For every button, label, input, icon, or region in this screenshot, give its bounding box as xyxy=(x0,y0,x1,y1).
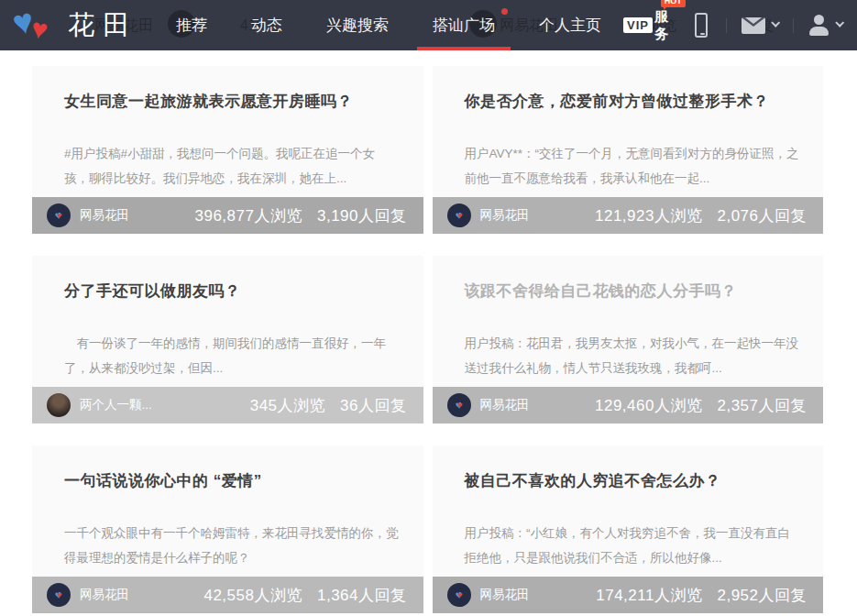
topic-footer: ♥♥ 网易花田 121,923人浏览 2,076人回复 xyxy=(433,197,824,234)
nav-item-feed[interactable]: 动态 xyxy=(236,0,298,50)
author-name: 网易花田 xyxy=(80,207,129,224)
nav-item-recommend[interactable]: 推荐 xyxy=(160,0,223,50)
main-nav: 推荐 动态 兴趣搜索 搭讪广场 个人主页 xyxy=(154,0,623,50)
views-count: 129,460人浏览 xyxy=(595,395,702,416)
mobile-phone-icon[interactable] xyxy=(695,13,709,38)
views-count: 396,877人浏览 xyxy=(195,205,302,226)
author-name: 两个人一颗... xyxy=(80,397,152,413)
notification-dot xyxy=(501,8,508,15)
topic-title[interactable]: 被自己不喜欢的人穷追不舍怎么办？ xyxy=(465,469,798,493)
author-name: 网易花田 xyxy=(80,587,129,603)
nav-label: 推荐 xyxy=(176,16,207,34)
topic-footer: ♥♥ 网易花田 42,558人浏览 1,364人回复 xyxy=(32,577,423,613)
top-header: 网易花田 419人 56人 网易花田 人浏览 回复 ♥ ♥ 花田 推荐 动态 兴… xyxy=(0,0,857,50)
nav-label: 搭讪广场 xyxy=(433,16,495,34)
replies-count: 2,357人回复 xyxy=(717,395,807,416)
views-count: 345人浏览 xyxy=(250,395,325,416)
topic-excerpt: 用户投稿：“小红娘，有个人对我穷追不舍，我一直没有直白拒绝他，只是跟他说我们不合… xyxy=(465,521,800,570)
vip-icon: VIP xyxy=(623,17,653,33)
topic-stats: 345人浏览 36人回复 xyxy=(250,395,407,416)
nav-item-interest-search[interactable]: 兴趣搜索 xyxy=(311,0,404,50)
header-actions: HOT VIP 服务 xyxy=(623,8,848,43)
chevron-down-icon xyxy=(771,18,780,28)
topic-excerpt: 用户投稿：花田君，我男友太抠，对我小气，在一起快一年没送过我什么礼物，情人节只送… xyxy=(465,331,800,380)
topic-title[interactable]: 女生同意一起旅游就表示愿意开房睡吗？ xyxy=(64,90,398,114)
topic-card[interactable]: 该跟不舍得给自己花钱的恋人分手吗？ 用户投稿：花田君，我男友太抠，对我小气，在一… xyxy=(433,256,824,424)
topic-excerpt: #用户投稿#小甜甜，我想问一个问题。我呢正在追一个女孩，聊得比较好。我们异地恋，… xyxy=(64,141,400,191)
topic-excerpt: 一千个观众眼中有一千个哈姆雷特，来花田寻找爱情的你，觉得最理想的爱情是什么样子的… xyxy=(64,521,400,570)
topic-footer: ♥♥ 网易花田 396,877人浏览 3,190人回复 xyxy=(32,197,423,234)
topic-footer: 两个人一颗... 345人浏览 36人回复 xyxy=(32,387,423,424)
topic-stats: 129,460人浏览 2,357人回复 xyxy=(595,395,807,416)
replies-count: 1,364人回复 xyxy=(317,585,407,606)
brand-name: 花田 xyxy=(68,7,137,44)
author-avatar xyxy=(47,393,71,417)
vip-service-label: 服务 xyxy=(654,8,671,43)
views-count: 174,211人浏览 xyxy=(596,585,702,606)
topic-card[interactable]: 一句话说说你心中的 “爱情” 一千个观众眼中有一千个哈姆雷特，来花田寻找爱情的你… xyxy=(32,446,423,613)
topic-card[interactable]: 你是否介意，恋爱前对方曾做过整形手术？ 用户AVY**：“交往了一个月，无意间看… xyxy=(433,66,824,234)
topic-card[interactable]: 被自己不喜欢的人穷追不舍怎么办？ 用户投稿：“小红娘，有个人对我穷追不舍，我一直… xyxy=(433,446,824,613)
author-name: 网易花田 xyxy=(480,207,530,224)
topic-footer: ♥♥ 网易花田 174,211人浏览 2,952人回复 xyxy=(433,577,824,613)
replies-count: 2,076人回复 xyxy=(717,205,807,226)
topic-stats: 396,877人浏览 3,190人回复 xyxy=(195,205,407,226)
nav-item-chat-square[interactable]: 搭讪广场 xyxy=(417,0,511,50)
topic-stats: 42,558人浏览 1,364人回复 xyxy=(203,585,406,606)
topic-title[interactable]: 你是否介意，恋爱前对方曾做过整形手术？ xyxy=(465,90,798,114)
topic-excerpt: 用户AVY**：“交往了一个月，无意间看到对方的身份证照，之前他一直不愿意给我看… xyxy=(465,141,800,191)
topic-stats: 174,211人浏览 2,952人回复 xyxy=(596,585,807,606)
nav-item-profile-home[interactable]: 个人主页 xyxy=(523,0,617,50)
author-avatar: ♥♥ xyxy=(47,204,71,227)
topic-title[interactable]: 分了手还可以做朋友吗？ xyxy=(64,280,398,303)
author-avatar: ♥♥ xyxy=(447,204,471,227)
nav-label: 动态 xyxy=(251,16,282,34)
topic-title[interactable]: 一句话说说你心中的 “爱情” xyxy=(64,469,398,493)
divider xyxy=(793,18,794,33)
topic-card[interactable]: 女生同意一起旅游就表示愿意开房睡吗？ #用户投稿#小甜甜，我想问一个问题。我呢正… xyxy=(32,66,423,234)
topic-footer: ♥♥ 网易花田 129,460人浏览 2,357人回复 xyxy=(433,387,824,424)
author-avatar: ♥♥ xyxy=(47,583,71,607)
author-avatar: ♥♥ xyxy=(447,583,471,607)
author-name: 网易花田 xyxy=(480,587,530,603)
topic-card[interactable]: 分了手还可以做朋友吗？ 有一份谈了一年的感情，期间我们的感情一直很好，一年了，从… xyxy=(32,256,423,424)
views-count: 121,923人浏览 xyxy=(595,205,702,226)
views-count: 42,558人浏览 xyxy=(203,585,302,606)
account-menu[interactable] xyxy=(808,15,842,36)
author-avatar: ♥♥ xyxy=(447,393,471,417)
topic-excerpt: 有一份谈了一年的感情，期间我们的感情一直很好，一年了，从来都没吵过架，但因... xyxy=(64,331,400,380)
user-icon xyxy=(808,15,830,36)
replies-count: 3,190人回复 xyxy=(317,205,407,226)
topic-stats: 121,923人浏览 2,076人回复 xyxy=(595,205,807,226)
nav-label: 个人主页 xyxy=(539,16,601,34)
topic-grid: 女生同意一起旅游就表示愿意开房睡吗？ #用户投稿#小甜甜，我想问一个问题。我呢正… xyxy=(0,50,857,616)
author-name: 网易花田 xyxy=(480,397,530,413)
chevron-down-icon xyxy=(835,18,844,28)
divider xyxy=(726,18,727,33)
replies-count: 2,952人回复 xyxy=(717,585,807,606)
hot-badge: HOT xyxy=(661,0,686,7)
messages-menu[interactable] xyxy=(742,17,778,34)
mail-icon xyxy=(742,17,765,34)
hearts-logo-icon: ♥ ♥ xyxy=(11,3,64,49)
replies-count: 36人回复 xyxy=(340,395,406,416)
nav-label: 兴趣搜索 xyxy=(326,16,389,34)
vip-service-button[interactable]: HOT VIP 服务 xyxy=(623,8,671,43)
topic-title[interactable]: 该跟不舍得给自己花钱的恋人分手吗？ xyxy=(465,280,798,303)
brand-logo[interactable]: ♥ ♥ 花田 xyxy=(11,3,148,49)
